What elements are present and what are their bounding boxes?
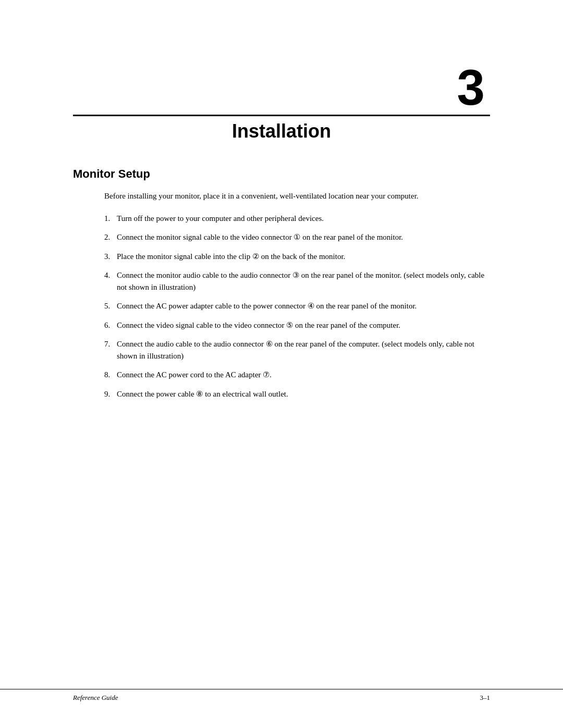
footer: Reference Guide 3–1 [0, 689, 563, 702]
step-number: 8. [104, 369, 117, 381]
section-title: Monitor Setup [73, 167, 490, 181]
step-number: 6. [104, 319, 117, 331]
step-number: 9. [104, 388, 117, 400]
content-area: 3 Installation Monitor Setup Before inst… [0, 0, 563, 449]
step-content: Connect the video signal cable to the vi… [117, 319, 490, 331]
list-item: 3. Place the monitor signal cable into t… [104, 251, 490, 263]
intro-text: Before installing your monitor, place it… [104, 190, 490, 202]
list-item: 5. Connect the AC power adapter cable to… [104, 300, 490, 312]
chapter-number: 3 [73, 63, 490, 113]
page: 3 Installation Monitor Setup Before inst… [0, 0, 563, 728]
step-number: 5. [104, 300, 117, 312]
chapter-divider [73, 115, 490, 116]
step-number: 3. [104, 251, 117, 263]
list-item: 8. Connect the AC power cord to the AC a… [104, 369, 490, 381]
step-content: Connect the power cable ⑧ to an electric… [117, 388, 490, 400]
step-content: Connect the AC power adapter cable to th… [117, 300, 490, 312]
step-number: 1. [104, 213, 117, 225]
steps-list: 1. Turn off the power to your computer a… [104, 213, 490, 400]
step-content: Connect the AC power cord to the AC adap… [117, 369, 490, 381]
step-content: Connect the monitor audio cable to the a… [117, 269, 490, 293]
step-content: Place the monitor signal cable into the … [117, 251, 490, 263]
list-item: 4. Connect the monitor audio cable to th… [104, 269, 490, 293]
footer-left-text: Reference Guide [73, 694, 118, 702]
list-item: 9. Connect the power cable ⑧ to an elect… [104, 388, 490, 400]
step-number: 7. [104, 338, 117, 362]
step-content: Connect the monitor signal cable to the … [117, 231, 490, 243]
step-content: Turn off the power to your computer and … [117, 213, 490, 225]
list-item: 2. Connect the monitor signal cable to t… [104, 231, 490, 243]
step-number: 2. [104, 231, 117, 243]
step-number: 4. [104, 269, 117, 293]
list-item: 7. Connect the audio cable to the audio … [104, 338, 490, 362]
step-content: Connect the audio cable to the audio con… [117, 338, 490, 362]
footer-right-text: 3–1 [480, 694, 491, 702]
chapter-title: Installation [73, 120, 490, 142]
list-item: 1. Turn off the power to your computer a… [104, 213, 490, 225]
list-item: 6. Connect the video signal cable to the… [104, 319, 490, 331]
